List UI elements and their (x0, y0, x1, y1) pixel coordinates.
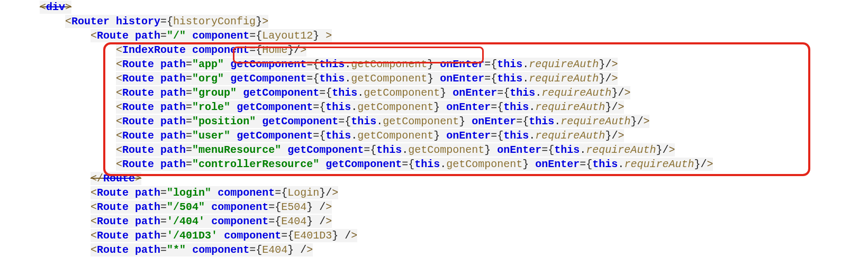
code-line: <Route path="controllerResource" getComp… (40, 157, 868, 171)
code-line: <Route path="user" getComponent={this.ge… (40, 129, 868, 143)
code-line: <Route path='/401D3' component={E401D3} … (40, 228, 868, 243)
code-line: <Route path="login" component={Login}/> (40, 186, 868, 200)
code-line: <Route path="position" getComponent={thi… (40, 114, 868, 129)
code-line: <IndexRoute component={Home}/> (40, 43, 868, 57)
code-line: <Router history={historyConfig}> (40, 14, 868, 29)
code-line: <Route path="/" component={Layout12} > (40, 29, 868, 43)
code-line: <Route path="/504" component={E504} /> (40, 200, 868, 214)
code-line: <Route path="group" getComponent={this.g… (40, 86, 868, 100)
code-line: <Route path="app" getComponent={this.get… (40, 57, 868, 71)
code-line: <div> (40, 0, 868, 14)
code-line: </Route> (40, 171, 868, 186)
code-line: <Route path="org" getComponent={this.get… (40, 71, 868, 86)
code-block: <div> <Router history={historyConfig}> <… (0, 0, 868, 262)
code-line: <Route path="role" getComponent={this.ge… (40, 100, 868, 114)
code-line: <Route path="menuResource" getComponent=… (40, 143, 868, 157)
code-line: <Route path='/404' component={E404} /> (40, 214, 868, 228)
code-line: <Route path="*" component={E404} /> (40, 243, 868, 257)
